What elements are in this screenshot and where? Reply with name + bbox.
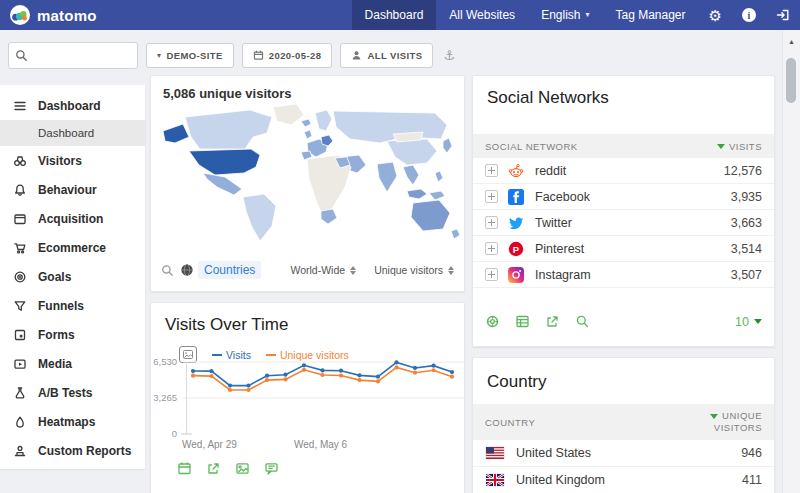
social-table-footer: 10 <box>485 314 762 329</box>
chevron-down-icon: ▾ <box>585 0 589 30</box>
expand-row-icon[interactable] <box>485 216 498 229</box>
table-row-united-kingdom[interactable]: United Kingdom 411 <box>473 467 774 493</box>
visits-line-chart[interactable] <box>181 355 465 445</box>
table-row-twitter[interactable]: Twitter 3,663 <box>473 210 774 236</box>
sidebar-item-dashboard[interactable]: Dashboard <box>0 91 145 120</box>
export-button[interactable] <box>545 314 560 329</box>
site-selector-button[interactable]: ▾ DEMO-SITE <box>146 43 234 68</box>
map-footer: Countries World-Wide Unique visitors <box>161 261 454 279</box>
top-navbar: matomo Dashboard All Websites English▾ T… <box>0 0 800 30</box>
table-row-instagram[interactable]: Instagram 3,507 <box>473 262 774 288</box>
table-row-reddit[interactable]: reddit 12,576 <box>473 158 774 184</box>
sign-out-icon <box>776 8 790 22</box>
top-nav-menu: Dashboard All Websites English▾ Tag Mana… <box>352 0 800 30</box>
left-sidebar: Dashboard Dashboard Visitors Behaviour A… <box>0 85 145 469</box>
nav-all-websites[interactable]: All Websites <box>436 0 528 30</box>
world-map[interactable] <box>155 103 462 253</box>
map-region-select[interactable]: World-Wide <box>290 264 356 276</box>
expand-row-icon[interactable] <box>485 164 498 177</box>
visits-over-time-title: Visits Over Time <box>165 315 288 335</box>
search-rows-button[interactable] <box>575 314 590 329</box>
change-period-calendar-button[interactable] <box>177 461 192 476</box>
expand-row-icon[interactable] <box>485 268 498 281</box>
sidebar-item-behaviour[interactable]: Behaviour <box>0 175 145 204</box>
pinterest-icon: P <box>508 241 524 257</box>
page-scrollbar[interactable]: ▲ <box>782 30 800 493</box>
map-metric-select[interactable]: Unique visitors <box>374 264 454 276</box>
sidebar-item-ecommerce[interactable]: Ecommerce <box>0 233 145 262</box>
segment-selector-button[interactable]: ALL VISITS <box>340 43 433 68</box>
table-row-pinterest[interactable]: P Pinterest 3,514 <box>473 236 774 262</box>
sidebar-item-acquisition[interactable]: Acquisition <box>0 204 145 233</box>
uk-flag-icon <box>486 474 504 486</box>
annotations-button[interactable] <box>264 461 279 476</box>
sort-desc-icon <box>710 414 718 419</box>
expand-row-icon[interactable] <box>485 242 498 255</box>
column-visits-sort[interactable]: VISITS <box>717 141 774 152</box>
us-flag-icon <box>486 447 504 459</box>
country-table-rows: United States 946 United Kingdom 411 <box>473 440 774 493</box>
nav-language-selector[interactable]: English▾ <box>528 0 602 30</box>
svg-text:P: P <box>513 243 520 254</box>
brand-name: matomo <box>37 7 97 24</box>
updown-arrows-icon <box>448 266 454 275</box>
globe-icon <box>180 263 194 277</box>
countries-link[interactable]: Countries <box>198 261 261 279</box>
nav-tag-manager[interactable]: Tag Manager <box>603 0 699 30</box>
matomo-logo[interactable]: matomo <box>0 5 97 25</box>
target-icon <box>13 270 27 284</box>
table-row-united-states[interactable]: United States 946 <box>473 440 774 467</box>
export-button[interactable] <box>206 461 221 476</box>
help-button[interactable]: i <box>732 0 766 30</box>
table-view-button[interactable] <box>515 314 530 329</box>
search-box <box>8 42 138 69</box>
column-country: COUNTRY <box>473 417 535 428</box>
anchor-icon[interactable]: ⚓ <box>443 48 455 63</box>
social-networks-widget: Social Networks SOCIAL NETWORK VISITS re… <box>472 75 775 347</box>
y-axis-tick: 3,265 <box>151 392 177 403</box>
filter-bar: ▾ DEMO-SITE 2020-05-28 ALL VISITS ⚓ <box>0 38 780 72</box>
sidebar-subitem-dashboard[interactable]: Dashboard <box>0 120 145 146</box>
gear-icon: ⚙ <box>709 8 722 23</box>
media-play-icon <box>13 357 27 371</box>
scrollbar-up-arrow[interactable]: ▲ <box>783 38 800 45</box>
report-settings-cog-button[interactable] <box>485 314 500 329</box>
date-range-button[interactable]: 2020-05-28 <box>242 43 333 68</box>
row-limit-select[interactable]: 10 <box>735 315 762 329</box>
column-unique-visitors-sort[interactable]: UNIQUE VISITORS <box>710 410 774 434</box>
chart-footer-toolbar <box>177 461 279 476</box>
visitor-map-widget: 5,086 unique visitors <box>150 75 465 292</box>
matomo-dashboard-page: matomo Dashboard All Websites English▾ T… <box>0 0 800 493</box>
sidebar-item-funnels[interactable]: Funnels <box>0 291 145 320</box>
sidebar-item-media[interactable]: Media <box>0 349 145 378</box>
export-image-button-green[interactable] <box>235 461 250 476</box>
updown-arrows-icon <box>350 266 356 275</box>
form-icon <box>13 328 27 342</box>
country-widget: Country COUNTRY UNIQUE VISITORS United S… <box>472 357 775 493</box>
x-axis-tick: Wed, Apr 29 <box>182 439 237 450</box>
sidebar-item-forms[interactable]: Forms <box>0 320 145 349</box>
sidebar-item-ab-tests[interactable]: A/B Tests <box>0 378 145 407</box>
shopping-cart-icon <box>13 241 27 255</box>
search-input[interactable] <box>35 43 137 68</box>
map-widget-title: 5,086 unique visitors <box>163 86 292 101</box>
nav-dashboard[interactable]: Dashboard <box>352 0 437 30</box>
column-social-network: SOCIAL NETWORK <box>473 141 578 152</box>
facebook-icon <box>508 189 524 205</box>
settings-gear-button[interactable]: ⚙ <box>699 0 732 30</box>
browser-window-icon <box>13 212 27 226</box>
sidebar-item-visitors[interactable]: Visitors <box>0 146 145 175</box>
scrollbar-thumb[interactable] <box>786 58 796 103</box>
matomo-logo-icon <box>10 5 30 25</box>
chevron-down-icon <box>754 319 762 324</box>
report-icon <box>13 444 27 458</box>
expand-row-icon[interactable] <box>485 190 498 203</box>
sidebar-item-custom-reports[interactable]: Custom Reports <box>0 436 145 465</box>
logout-button[interactable] <box>766 0 800 30</box>
sidebar-item-heatmaps[interactable]: Heatmaps <box>0 407 145 436</box>
map-zoom-icon[interactable] <box>161 264 174 277</box>
calendar-icon <box>253 50 264 61</box>
table-row-facebook[interactable]: Facebook 3,935 <box>473 184 774 210</box>
sidebar-item-goals[interactable]: Goals <box>0 262 145 291</box>
country-table-header: COUNTRY UNIQUE VISITORS <box>473 404 774 440</box>
